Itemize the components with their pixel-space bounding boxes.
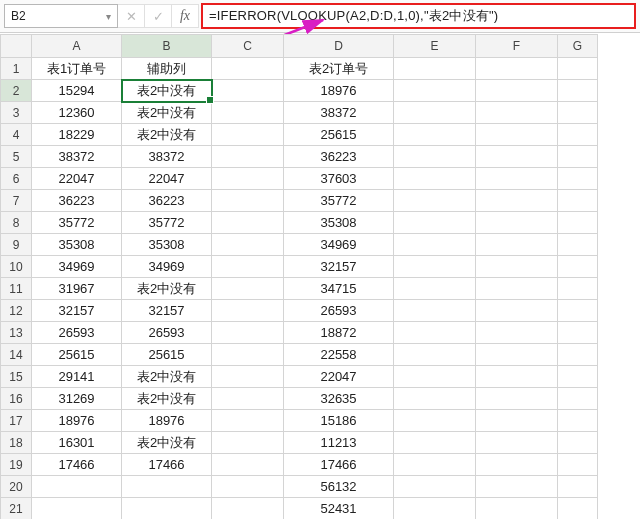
cell-D10[interactable]: 32157 bbox=[284, 256, 394, 278]
formula-input[interactable]: =IFERROR(VLOOKUP(A2,D:D,1,0),"表2中没有") bbox=[201, 3, 636, 29]
cell-C18[interactable] bbox=[212, 432, 284, 454]
cell-C19[interactable] bbox=[212, 454, 284, 476]
cell-F1[interactable] bbox=[476, 58, 558, 80]
cell-F7[interactable] bbox=[476, 190, 558, 212]
cell-D18[interactable]: 11213 bbox=[284, 432, 394, 454]
cell-G1[interactable] bbox=[558, 58, 598, 80]
cell-F8[interactable] bbox=[476, 212, 558, 234]
cell-G16[interactable] bbox=[558, 388, 598, 410]
cell-B12[interactable]: 32157 bbox=[122, 300, 212, 322]
cell-E7[interactable] bbox=[394, 190, 476, 212]
cell-E5[interactable] bbox=[394, 146, 476, 168]
row-header[interactable]: 12 bbox=[1, 300, 32, 322]
cell-G13[interactable] bbox=[558, 322, 598, 344]
row-header[interactable]: 16 bbox=[1, 388, 32, 410]
cell-A9[interactable]: 35308 bbox=[32, 234, 122, 256]
row-header[interactable]: 15 bbox=[1, 366, 32, 388]
cell-C5[interactable] bbox=[212, 146, 284, 168]
cell-G18[interactable] bbox=[558, 432, 598, 454]
row-header[interactable]: 1 bbox=[1, 58, 32, 80]
cell-C7[interactable] bbox=[212, 190, 284, 212]
cell-E4[interactable] bbox=[394, 124, 476, 146]
row-header[interactable]: 8 bbox=[1, 212, 32, 234]
confirm-icon[interactable]: ✓ bbox=[145, 4, 172, 28]
cell-B15[interactable]: 表2中没有 bbox=[122, 366, 212, 388]
cell-F19[interactable] bbox=[476, 454, 558, 476]
cell-G4[interactable] bbox=[558, 124, 598, 146]
cell-B3[interactable]: 表2中没有 bbox=[122, 102, 212, 124]
cell-A12[interactable]: 32157 bbox=[32, 300, 122, 322]
cell-B2[interactable]: 表2中没有 bbox=[122, 80, 212, 102]
cell-B6[interactable]: 22047 bbox=[122, 168, 212, 190]
cell-D11[interactable]: 34715 bbox=[284, 278, 394, 300]
cell-F21[interactable] bbox=[476, 498, 558, 520]
cell-A18[interactable]: 16301 bbox=[32, 432, 122, 454]
cell-B1[interactable]: 辅助列 bbox=[122, 58, 212, 80]
cell-A20[interactable] bbox=[32, 476, 122, 498]
select-all-corner[interactable] bbox=[1, 35, 32, 58]
cell-E8[interactable] bbox=[394, 212, 476, 234]
cell-D4[interactable]: 25615 bbox=[284, 124, 394, 146]
cell-A6[interactable]: 22047 bbox=[32, 168, 122, 190]
row-header[interactable]: 5 bbox=[1, 146, 32, 168]
name-box[interactable]: B2 ▾ bbox=[4, 4, 118, 28]
cell-C2[interactable] bbox=[212, 80, 284, 102]
cell-G14[interactable] bbox=[558, 344, 598, 366]
cell-D9[interactable]: 34969 bbox=[284, 234, 394, 256]
cell-G15[interactable] bbox=[558, 366, 598, 388]
cell-B18[interactable]: 表2中没有 bbox=[122, 432, 212, 454]
cell-F13[interactable] bbox=[476, 322, 558, 344]
cell-C10[interactable] bbox=[212, 256, 284, 278]
cell-F15[interactable] bbox=[476, 366, 558, 388]
row-header[interactable]: 17 bbox=[1, 410, 32, 432]
cell-D15[interactable]: 22047 bbox=[284, 366, 394, 388]
cell-E16[interactable] bbox=[394, 388, 476, 410]
cell-B14[interactable]: 25615 bbox=[122, 344, 212, 366]
row-header[interactable]: 11 bbox=[1, 278, 32, 300]
cell-F3[interactable] bbox=[476, 102, 558, 124]
cell-A4[interactable]: 18229 bbox=[32, 124, 122, 146]
cell-C17[interactable] bbox=[212, 410, 284, 432]
cell-D16[interactable]: 32635 bbox=[284, 388, 394, 410]
cell-C12[interactable] bbox=[212, 300, 284, 322]
cell-E6[interactable] bbox=[394, 168, 476, 190]
row-header[interactable]: 7 bbox=[1, 190, 32, 212]
cell-G20[interactable] bbox=[558, 476, 598, 498]
cell-A17[interactable]: 18976 bbox=[32, 410, 122, 432]
col-header-E[interactable]: E bbox=[394, 35, 476, 58]
col-header-B[interactable]: B bbox=[122, 35, 212, 58]
cell-A13[interactable]: 26593 bbox=[32, 322, 122, 344]
cell-B19[interactable]: 17466 bbox=[122, 454, 212, 476]
cell-E11[interactable] bbox=[394, 278, 476, 300]
cell-F9[interactable] bbox=[476, 234, 558, 256]
spreadsheet-grid[interactable]: A B C D E F G 1表1订单号辅助列表2订单号215294表2中没有1… bbox=[0, 34, 640, 519]
cell-A5[interactable]: 38372 bbox=[32, 146, 122, 168]
fx-icon[interactable]: fx bbox=[172, 4, 199, 28]
cell-A10[interactable]: 34969 bbox=[32, 256, 122, 278]
cell-F14[interactable] bbox=[476, 344, 558, 366]
cell-E15[interactable] bbox=[394, 366, 476, 388]
cell-B4[interactable]: 表2中没有 bbox=[122, 124, 212, 146]
cell-A19[interactable]: 17466 bbox=[32, 454, 122, 476]
cell-C3[interactable] bbox=[212, 102, 284, 124]
row-header[interactable]: 21 bbox=[1, 498, 32, 520]
cell-D17[interactable]: 15186 bbox=[284, 410, 394, 432]
row-header[interactable]: 13 bbox=[1, 322, 32, 344]
cell-F5[interactable] bbox=[476, 146, 558, 168]
cell-D1[interactable]: 表2订单号 bbox=[284, 58, 394, 80]
cell-D19[interactable]: 17466 bbox=[284, 454, 394, 476]
cell-G21[interactable] bbox=[558, 498, 598, 520]
cell-B7[interactable]: 36223 bbox=[122, 190, 212, 212]
cell-G10[interactable] bbox=[558, 256, 598, 278]
cell-D20[interactable]: 56132 bbox=[284, 476, 394, 498]
col-header-C[interactable]: C bbox=[212, 35, 284, 58]
cell-A1[interactable]: 表1订单号 bbox=[32, 58, 122, 80]
cell-G8[interactable] bbox=[558, 212, 598, 234]
cell-G11[interactable] bbox=[558, 278, 598, 300]
cell-A21[interactable] bbox=[32, 498, 122, 520]
row-header[interactable]: 6 bbox=[1, 168, 32, 190]
cell-A2[interactable]: 15294 bbox=[32, 80, 122, 102]
cell-C1[interactable] bbox=[212, 58, 284, 80]
cell-E17[interactable] bbox=[394, 410, 476, 432]
cell-D7[interactable]: 35772 bbox=[284, 190, 394, 212]
